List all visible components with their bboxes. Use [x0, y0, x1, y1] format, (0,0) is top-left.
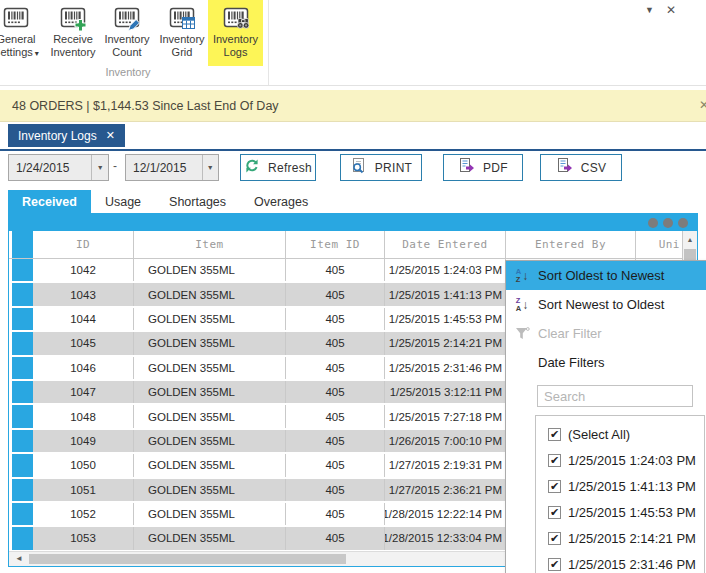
document-tab-close-icon[interactable]: ✕: [106, 129, 115, 142]
ribbon-item-receive-inventory[interactable]: ReceiveInventory: [48, 0, 98, 66]
tab-usage[interactable]: Usage: [91, 190, 155, 213]
row-indicator: [12, 454, 33, 476]
ribbon-items: GeneralSettings▾ReceiveInventoryInventor…: [0, 0, 706, 66]
column-header-entered-by[interactable]: Entered By: [506, 231, 636, 258]
cell-item-id: 405: [286, 503, 385, 525]
cell-item: GOLDEN 355ML: [134, 479, 286, 501]
ribbon-item-inventory-logs[interactable]: InventoryLogs: [208, 0, 263, 66]
refresh-button[interactable]: Refresh: [240, 154, 316, 181]
notification-bar: 48 ORDERS | $1,144.53 Since Last End Of …: [0, 90, 706, 122]
row-indicator: [12, 283, 33, 305]
cell-id: 1048: [33, 405, 134, 427]
filter-checkbox-item[interactable]: ✔1/25/2015 2:14:21 PM: [536, 525, 704, 551]
cell-item-id: 405: [286, 479, 385, 501]
grip-dot-icon[interactable]: [678, 218, 688, 228]
pdf-label: PDF: [483, 161, 508, 175]
filter-checkbox-item[interactable]: ✔1/25/2015 1:24:03 PM: [536, 447, 704, 473]
cell-item-id: 405: [286, 357, 385, 379]
barcode-binoculars-icon: [223, 5, 249, 31]
row-indicator: [12, 308, 33, 330]
cell-date-entered: 1/25/2015 1:41:13 PM: [385, 283, 506, 305]
date-range-separator: -: [113, 159, 117, 173]
cell-date-entered: 1/25/2015 2:14:21 PM: [385, 332, 506, 354]
tab-received[interactable]: Received: [8, 190, 91, 213]
sort-za-descending-icon: ZA ↓: [506, 297, 538, 312]
notification-close-icon[interactable]: ✕: [699, 98, 706, 112]
tabstrip-dropdown-icon[interactable]: ▼: [645, 5, 654, 15]
column-header-item[interactable]: Item: [134, 231, 286, 258]
checkbox-checked-icon[interactable]: ✔: [548, 428, 561, 441]
checkbox-checked-icon[interactable]: ✔: [548, 506, 561, 519]
filter-search-input[interactable]: [537, 385, 693, 407]
menu-item-date-filters[interactable]: Date Filters: [506, 348, 706, 377]
cell-id: 1047: [33, 381, 134, 403]
cell-item: GOLDEN 355ML: [134, 308, 286, 330]
checkbox-checked-icon[interactable]: ✔: [548, 558, 561, 571]
barcode-pencil-icon: [114, 5, 140, 31]
cell-item: GOLDEN 355ML: [134, 283, 286, 305]
cell-item-id: 405: [286, 308, 385, 330]
column-header-id[interactable]: ID: [33, 231, 134, 258]
column-header-units[interactable]: Uni: [636, 231, 683, 258]
ribbon: GeneralSettings▾ReceiveInventoryInventor…: [0, 0, 706, 86]
date-filter-context-menu: AZ ↓ Sort Oldest to Newest ZA ↓ Sort New…: [505, 260, 706, 573]
grip-dot-icon[interactable]: [663, 218, 673, 228]
document-tab-inventory-logs[interactable]: Inventory Logs ✕: [8, 124, 125, 147]
cell-id: 1049: [33, 430, 134, 452]
horizontal-scrollbar-thumb[interactable]: [29, 554, 346, 564]
row-indicator: [12, 430, 33, 452]
grip-dot-icon[interactable]: [648, 218, 658, 228]
ribbon-item-inventory-grid[interactable]: InventoryGrid: [156, 0, 208, 66]
cell-id: 1053: [33, 527, 134, 549]
date-to-input[interactable]: [126, 155, 202, 180]
menu-item-sort-oldest-to-newest[interactable]: AZ ↓ Sort Oldest to Newest: [506, 261, 706, 290]
tabstrip-close-icon[interactable]: ✕: [666, 3, 676, 17]
cell-id: 1043: [33, 283, 134, 305]
tab-shortages[interactable]: Shortages: [155, 190, 240, 213]
cell-date-entered: 1/27/2015 2:19:31 PM: [385, 454, 506, 476]
cell-date-entered: 1/28/2015 12:22:14 PM: [385, 503, 506, 525]
date-from-dropdown-button[interactable]: ▼: [91, 155, 108, 180]
menu-item-clear-filter[interactable]: Clear Filter: [506, 319, 706, 348]
ribbon-group-separator: [268, 0, 269, 85]
tab-overages[interactable]: Overages: [240, 190, 322, 213]
refresh-icon: [244, 158, 260, 178]
cell-date-entered: 1/25/2015 7:27:18 PM: [385, 405, 506, 427]
date-to-picker: ▼: [125, 154, 219, 181]
row-indicator: [12, 405, 33, 427]
grid-header-row: ID Item Item ID Date Entered Entered By …: [9, 231, 697, 259]
cell-item-id: 405: [286, 283, 385, 305]
print-button[interactable]: PRINT: [340, 154, 422, 181]
cell-item-id: 405: [286, 405, 385, 427]
filter-checkbox-item[interactable]: ✔1/25/2015 2:31:46 PM: [536, 551, 704, 573]
barcode-icon: [3, 5, 29, 31]
row-indicator: [12, 332, 33, 354]
pdf-export-button[interactable]: PDF: [443, 154, 523, 181]
row-indicator: [12, 381, 33, 403]
ribbon-item-inventory-count[interactable]: InventoryCount: [98, 0, 156, 66]
cell-item: GOLDEN 355ML: [134, 332, 286, 354]
cell-date-entered: 1/28/2015 12:33:04 PM: [385, 527, 506, 549]
sort-az-descending-icon: AZ ↓: [506, 268, 538, 283]
filter-checkbox-item[interactable]: ✔1/25/2015 1:45:53 PM: [536, 499, 704, 525]
cell-item: GOLDEN 355ML: [134, 357, 286, 379]
ribbon-item-general-settings[interactable]: GeneralSettings▾: [0, 0, 48, 66]
checkbox-checked-icon[interactable]: ✔: [548, 480, 561, 493]
checkbox-checked-icon[interactable]: ✔: [548, 454, 561, 467]
toolbar: ▼ - ▼ Refresh PRINT: [0, 154, 706, 181]
date-from-input[interactable]: [9, 155, 91, 180]
csv-label: CSV: [581, 161, 607, 175]
column-header-item-id[interactable]: Item ID: [286, 231, 385, 258]
filter-checkbox-item[interactable]: ✔1/25/2015 1:41:13 PM: [536, 473, 704, 499]
cell-item: GOLDEN 355ML: [134, 454, 286, 476]
scroll-up-icon[interactable]: ▲: [683, 231, 697, 248]
csv-export-button[interactable]: CSV: [540, 154, 622, 181]
filter-checkbox-item[interactable]: ✔(Select All): [536, 421, 704, 447]
date-to-dropdown-button[interactable]: ▼: [202, 155, 218, 180]
print-label: PRINT: [375, 161, 413, 175]
checkbox-checked-icon[interactable]: ✔: [548, 532, 561, 545]
menu-item-sort-newest-to-oldest[interactable]: ZA ↓ Sort Newest to Oldest: [506, 290, 706, 319]
column-header-date-entered[interactable]: Date Entered: [385, 231, 506, 258]
cell-id: 1045: [33, 332, 134, 354]
scroll-left-icon[interactable]: ◄: [15, 554, 23, 563]
